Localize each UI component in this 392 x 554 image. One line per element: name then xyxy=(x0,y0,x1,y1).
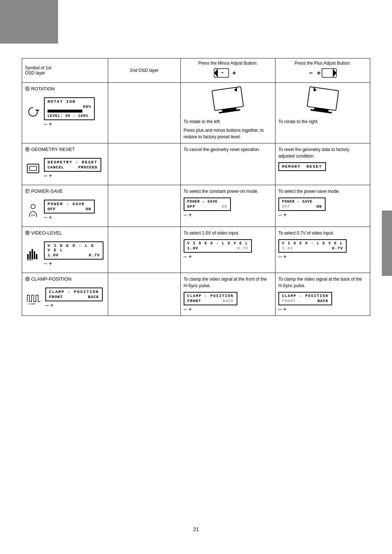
page-number: 21 xyxy=(193,526,199,532)
clamp-col4-osd: CLAMP - POSITION FRONT BACK xyxy=(278,292,332,305)
geometry-col4-desc: To reset the geometry data to factory ad… xyxy=(278,146,367,159)
powersave-icon-svg: zzz xyxy=(26,203,40,217)
rotation-left-monitor xyxy=(184,86,272,116)
clamp-row: ⑲ CLAMP-POSITION CLAMP CLAMP - POSITION xyxy=(22,273,370,316)
header-col2: 2nd OSD layer xyxy=(108,58,181,83)
svg-point-19 xyxy=(31,204,35,209)
clamp-front: FRONT xyxy=(49,295,63,299)
svg-text:+: + xyxy=(317,69,321,77)
rotation-col1: ⑮ ROTATION ROTAT ION 90% xyxy=(22,83,108,143)
clamp-number: ⑲ xyxy=(25,276,30,282)
powersave-minus-plus: – + xyxy=(44,214,98,221)
videolevel-col1: ⑱ VIDEO-LEVEL VIDEO xyxy=(22,227,108,273)
geometry-number: ⑯ xyxy=(25,147,30,152)
rotation-osd-bar xyxy=(48,110,82,113)
geometry-memory-reset-box: MEMORY RESET xyxy=(278,162,367,171)
main-content: Symbol of 1st OSD layer 2nd OSD layer Pr… xyxy=(22,58,370,518)
videolevel-col4-title: V I D E O - L E V E L xyxy=(282,241,343,245)
geometry-plus: + xyxy=(49,172,52,179)
geometry-icon-cell: GEOMETRY - RESET CANCEL PROCEED – + xyxy=(25,155,105,182)
clamp-col4: To clamp the video signal at the back of… xyxy=(275,273,370,316)
minus-button-svg: − + xyxy=(213,66,242,80)
videolevel-col4-desc: To select 0.7V of video input. xyxy=(278,230,367,236)
svg-rect-18 xyxy=(29,166,37,171)
videolevel-col4-1v: 1.0V xyxy=(282,246,293,250)
rotation-minus-plus: – + xyxy=(44,121,98,127)
clamp-back: BACK xyxy=(88,295,99,299)
videolevel-minus-plus: – + xyxy=(44,260,98,267)
svg-rect-21 xyxy=(27,254,29,259)
svg-text:−: − xyxy=(221,70,224,76)
geometry-minus-plus: – + xyxy=(44,172,102,179)
videolevel-col3-values: 1.0V 0.7V xyxy=(187,246,248,250)
clamp-plus: + xyxy=(50,302,53,308)
rotation-plus: + xyxy=(49,121,52,127)
geometry-col2 xyxy=(108,143,181,185)
svg-text:zzz: zzz xyxy=(31,213,35,217)
rotation-icon-svg xyxy=(26,105,40,120)
clamp-col4-values: FRONT BACK xyxy=(282,299,328,303)
rotation-osd-level: LEVEL: 00 - 100% xyxy=(48,114,91,118)
clamp-osd-wrap: CLAMP - POSITION FRONT BACK – + xyxy=(45,288,103,309)
svg-marker-7 xyxy=(333,69,336,77)
plus-button-diagram: − + xyxy=(278,66,367,80)
videolevel-minus: – xyxy=(44,260,47,266)
rotation-col4-desc: To rorate to the right. xyxy=(278,118,367,125)
videolevel-col3-plus: + xyxy=(188,253,192,260)
geometry-icon xyxy=(26,162,40,175)
powersave-col4-osd: POWER - SAVE OFF ON xyxy=(278,197,326,211)
clamp-icon-svg: CLAMP xyxy=(26,292,41,305)
powersave-plus: + xyxy=(49,214,52,220)
powersave-col3: To select the constant power-on mode. PO… xyxy=(180,185,275,227)
rotation-col3: To rotate to the left. Press plus and mi… xyxy=(180,83,275,143)
clamp-col4-minus: – xyxy=(278,306,282,312)
svg-rect-25 xyxy=(36,254,37,259)
clamp-minus: – xyxy=(45,302,49,308)
rotation-osd-value: 90% xyxy=(48,105,91,109)
geometry-proceed: PROCEED xyxy=(78,165,97,170)
powersave-col3-off: OFF xyxy=(187,204,196,209)
powersave-col3-osd-wrap: POWER - SAVE OFF ON – + xyxy=(184,197,272,218)
videolevel-col3-title: V I D E O - L E V E L xyxy=(187,241,248,245)
clamp-col4-front: FRONT xyxy=(282,299,296,303)
header-col4: Press the Plus Adjust Button: − + xyxy=(275,58,370,83)
clamp-header: ⑲ CLAMP-POSITION xyxy=(25,276,105,282)
clamp-col2 xyxy=(108,273,181,316)
geometry-osd-options: CANCEL PROCEED xyxy=(48,165,98,170)
powersave-minus: – xyxy=(44,214,47,220)
videolevel-row: ⑱ VIDEO-LEVEL VIDEO xyxy=(22,227,370,273)
rotation-row: ⑮ ROTATION ROTAT ION 90% xyxy=(22,83,370,143)
clamp-osd-values: FRONT BACK xyxy=(49,295,99,299)
powersave-off-label: OFF xyxy=(48,207,56,211)
videolevel-osd: V I D E O - L E V E L 1.0V 0.7V xyxy=(44,241,103,260)
powersave-col4-off: OFF xyxy=(282,204,290,209)
rotation-label: ROTATION xyxy=(31,86,55,91)
powersave-osd-title: POWER - SAVE xyxy=(48,202,91,206)
powersave-col4-minus-plus: – + xyxy=(278,212,329,218)
geometry-icon-svg xyxy=(26,162,40,175)
rotation-right-svg xyxy=(305,86,341,115)
geometry-osd: GEOMETRY - RESET CANCEL PROCEED xyxy=(44,158,101,172)
videolevel-col3-minus: – xyxy=(184,253,187,260)
videolevel-icon: VIDEO xyxy=(26,248,40,261)
videolevel-col2 xyxy=(108,227,181,273)
videolevel-label: VIDEO-LEVEL xyxy=(31,230,62,236)
geometry-col3-desc: To cancel the geometry reset operation. xyxy=(184,146,272,153)
powersave-col4: To select the power-save mode. POWER - S… xyxy=(275,185,370,227)
header-col3-label: Press the Minus Adjust Button: xyxy=(198,61,257,66)
clamp-col3-values: FRONT BACK xyxy=(187,299,234,303)
powersave-col3-values: OFF ON xyxy=(187,204,227,209)
memory-label: MEMORY xyxy=(282,164,301,169)
videolevel-icon-svg: VIDEO xyxy=(26,248,40,261)
rotation-minus: – xyxy=(44,121,47,127)
rotation-number: ⑮ xyxy=(25,86,30,91)
clamp-col4-title: CLAMP - POSITION xyxy=(282,294,328,298)
powersave-number: ⑰ xyxy=(25,188,30,194)
svg-text:−: − xyxy=(309,69,313,77)
videolevel-header: ⑱ VIDEO-LEVEL xyxy=(25,230,105,236)
clamp-col3-minus-plus: – + xyxy=(184,306,234,313)
clamp-icon-cell: CLAMP CLAMP - POSITION FRONT BACK – xyxy=(25,285,105,311)
clamp-label: CLAMP-POSITION xyxy=(31,276,72,282)
geometry-col1: ⑯ GEOMETRY RESET GEOMETRY - RESET xyxy=(22,143,108,185)
videolevel-col3-desc: To select 1.0V of video input. xyxy=(184,230,272,236)
